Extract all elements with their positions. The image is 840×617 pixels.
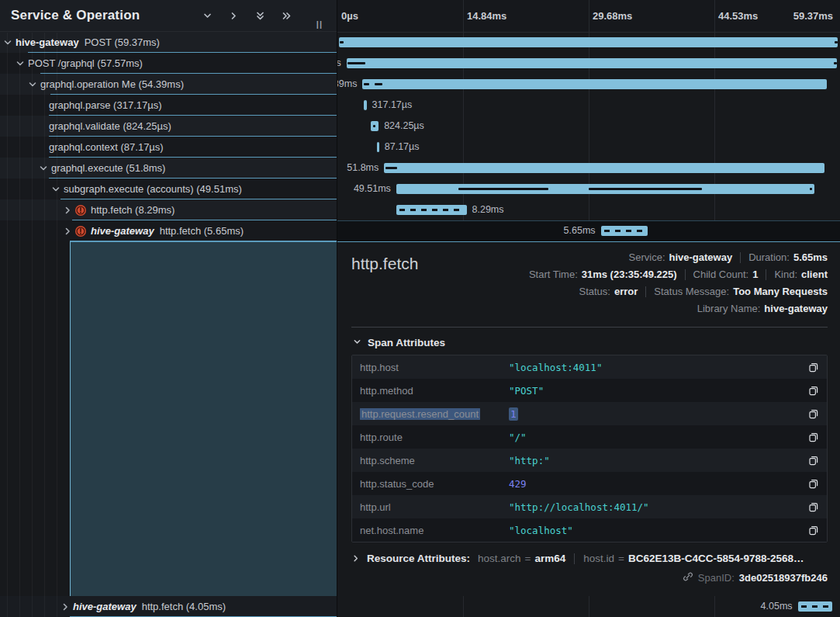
chevron-down-icon[interactable] <box>16 59 25 68</box>
span-duration-label: 51.8ms <box>347 163 379 173</box>
chevron-down-icon[interactable] <box>3 38 12 47</box>
copy-icon[interactable] <box>807 501 819 513</box>
equals-sign: = <box>525 553 531 564</box>
link-icon[interactable] <box>683 571 693 584</box>
chevron-right-icon[interactable] <box>60 602 70 612</box>
resource-attributes-items: host.arch=arm64host.id=BC62E13B-C4CC-585… <box>478 553 804 564</box>
timeline-row[interactable]: 59.37ms <box>337 32 840 53</box>
tree-row[interactable]: graphql.operation Me (54.39ms) <box>0 74 337 95</box>
attribute-value: "http:" <box>501 455 807 466</box>
resource-attributes-row[interactable]: Resource Attributes: host.arch=arm64host… <box>351 553 828 564</box>
span-label: graphql.execute (51.8ms) <box>51 162 165 174</box>
tree-row[interactable]: graphql.execute (51.8ms) <box>0 158 337 179</box>
span-duration-bar[interactable] <box>384 163 824 173</box>
tree-row[interactable]: POST /graphql (57.57ms) <box>0 53 337 74</box>
chevron-down-icon <box>353 337 361 348</box>
collapse-one-icon[interactable] <box>202 11 213 21</box>
span-duration-label: 87.17µs <box>385 142 420 152</box>
error-icon <box>75 226 86 237</box>
tree-row[interactable]: graphql.validate (824.25µs) <box>0 116 337 137</box>
tree-row[interactable]: hive-gateway http.fetch (5.65ms) <box>0 220 337 241</box>
timeline-row[interactable]: 5.65ms <box>337 220 840 241</box>
span-tree-panel: Service & Operation || hive-gate <box>0 0 337 617</box>
span-id-label: SpanID: <box>698 572 735 584</box>
chevron-down-icon[interactable] <box>51 185 60 194</box>
copy-icon[interactable] <box>807 431 819 443</box>
span-label: http.fetch (5.65ms) <box>160 225 244 237</box>
span-detail-header: http.fetch Service:hive-gatewayDuration:… <box>351 242 828 314</box>
chevron-right-icon[interactable] <box>63 227 72 236</box>
tree-row[interactable]: http.fetch (8.29ms) <box>0 199 337 220</box>
chevron-right-icon[interactable] <box>63 206 72 215</box>
span-duration-bar[interactable] <box>377 142 379 152</box>
copy-icon[interactable] <box>807 361 819 373</box>
span-duration-bar[interactable] <box>364 100 367 110</box>
copy-icon[interactable] <box>807 454 819 466</box>
timeline-row[interactable]: 51.8ms <box>337 158 840 179</box>
attribute-value: "localhost:4011" <box>501 362 807 373</box>
gridline <box>589 0 589 32</box>
span-duration-bar[interactable] <box>347 58 837 68</box>
copy-icon[interactable] <box>807 407 819 420</box>
timeline-row[interactable]: 54.39ms <box>337 74 840 95</box>
span-label: graphql.validate (824.25µs) <box>49 120 171 132</box>
attribute-key: http.host <box>360 362 501 373</box>
timeline-row[interactable]: 824.25µs <box>337 116 840 137</box>
row-connector-line <box>28 52 337 53</box>
timeline-row[interactable]: 57.57ms <box>337 53 840 74</box>
tree-header-title: Service & Operation <box>11 8 140 23</box>
divider <box>574 553 575 564</box>
expand-all-icon[interactable] <box>282 11 292 21</box>
span-detail-panel: http.fetch Service:hive-gatewayDuration:… <box>337 241 840 596</box>
attribute-value: 1 <box>501 408 807 420</box>
child-span-marker <box>458 188 549 190</box>
span-label: subgraph.execute (accounts) (49.51ms) <box>64 183 242 195</box>
expand-one-icon[interactable] <box>229 11 239 21</box>
span-id-value: 3de02518937fb246 <box>739 572 828 584</box>
timeline-row[interactable]: 317.17µs <box>337 95 840 116</box>
divider <box>685 269 686 280</box>
span-duration-bar[interactable] <box>601 226 648 236</box>
chevron-down-icon[interactable] <box>28 80 37 89</box>
attribute-row: http.status_code 429 <box>352 472 827 495</box>
span-label: graphql.parse (317.17µs) <box>49 99 162 111</box>
tree-row[interactable]: hive-gateway http.fetch (4.05ms) <box>0 596 337 617</box>
panel-resize-handle[interactable]: || <box>316 19 323 29</box>
timeline-row[interactable]: 4.05ms <box>337 596 840 617</box>
tree-header: Service & Operation || <box>0 0 337 32</box>
span-duration-label: 824.25µs <box>384 121 424 131</box>
meta-value: 5.65ms <box>793 251 828 263</box>
child-span-marker <box>375 83 382 85</box>
child-span-marker <box>385 167 398 169</box>
attribute-row: http.url "http://localhost:4011/" <box>352 495 827 518</box>
timeline-row[interactable]: 8.29ms <box>337 199 840 220</box>
timeline-row[interactable]: 87.17µs <box>337 137 840 158</box>
time-tick-label: 44.53ms <box>718 10 758 22</box>
time-tick-label: 59.37ms <box>793 10 833 22</box>
time-tick-label: 29.68ms <box>593 10 632 22</box>
chevron-down-icon[interactable] <box>39 164 48 173</box>
attribute-row: http.route "/" <box>352 425 827 449</box>
timeline-row[interactable]: 49.51ms <box>337 179 840 199</box>
copy-icon[interactable] <box>807 384 819 397</box>
span-duration-label: 4.05ms <box>761 601 793 612</box>
attribute-key: http.scheme <box>360 455 501 466</box>
span-attributes-header[interactable]: Span Attributes <box>353 337 828 348</box>
selected-span-expanded-region[interactable] <box>70 241 337 596</box>
copy-icon[interactable] <box>807 477 819 490</box>
span-duration-bar[interactable] <box>396 205 467 215</box>
attribute-value: "POST" <box>501 385 807 397</box>
span-duration-bar[interactable] <box>339 37 838 47</box>
row-connector-line <box>60 199 337 199</box>
copy-icon[interactable] <box>807 524 819 536</box>
span-label: http.fetch (8.29ms) <box>91 204 175 216</box>
tree-row[interactable]: hive-gateway POST (59.37ms) <box>0 32 337 53</box>
tree-row[interactable]: subgraph.execute (accounts) (49.51ms) <box>0 179 337 199</box>
span-duration-bar[interactable] <box>798 601 833 612</box>
collapse-all-icon[interactable] <box>255 11 265 21</box>
span-duration-bar[interactable] <box>362 79 827 89</box>
row-connector-line <box>70 241 337 241</box>
tree-row[interactable]: graphql.parse (317.17µs) <box>0 95 337 116</box>
tree-row[interactable]: graphql.context (87.17µs) <box>0 137 337 158</box>
meta-line: Service:hive-gatewayDuration:5.65ms <box>629 251 828 263</box>
